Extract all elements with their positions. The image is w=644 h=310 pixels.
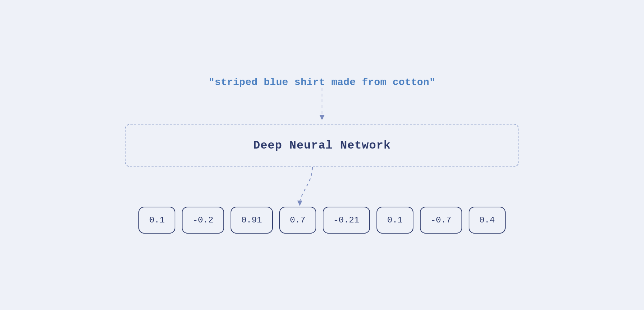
output-value-6: 0.1	[377, 207, 413, 234]
svg-marker-1	[319, 115, 325, 120]
output-value-8: 0.4	[469, 207, 506, 234]
output-value-1: 0.1	[138, 207, 175, 234]
output-values: 0.1 -0.2 0.91 0.7 -0.21 0.1 -0.7 0.4	[138, 207, 506, 234]
output-value-3: 0.91	[231, 207, 273, 234]
svg-marker-2	[297, 201, 302, 206]
arrow-query-to-dnn	[318, 88, 326, 124]
output-value-4: 0.7	[279, 207, 316, 234]
output-value-5: -0.21	[323, 207, 370, 234]
arrow-dnn-to-output	[276, 167, 348, 207]
diagram-container: "striped blue shirt made from cotton" De…	[125, 77, 519, 234]
output-value-2: -0.2	[182, 207, 224, 234]
output-value-7: -0.7	[420, 207, 462, 234]
dnn-label: Deep Neural Network	[253, 139, 391, 152]
dnn-box: Deep Neural Network	[125, 124, 519, 167]
query-text: "striped blue shirt made from cotton"	[209, 77, 436, 88]
